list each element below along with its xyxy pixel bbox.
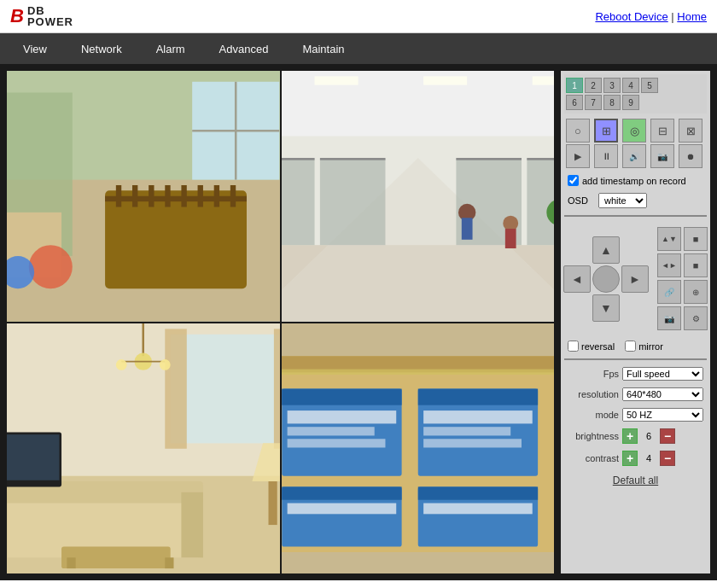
svg-rect-78: [287, 503, 396, 514]
pause-icon[interactable]: ⏸: [594, 144, 618, 168]
svg-point-36: [503, 216, 518, 231]
camera-snap-icon[interactable]: 📷: [650, 144, 674, 168]
logo-text: DB POWER: [27, 5, 73, 27]
ptz-stop2-btn[interactable]: ■: [684, 253, 708, 277]
nav-item-network[interactable]: Network: [65, 37, 138, 61]
channel-row-bottom: 6 7 8 9: [566, 95, 705, 110]
channel-btn-1[interactable]: 1: [566, 78, 583, 93]
speaker-icon[interactable]: 🔊: [622, 144, 646, 168]
channel-row-top: 1 2 3 4 5: [566, 78, 705, 93]
channel-btn-4[interactable]: 4: [622, 78, 639, 93]
camera-grid: [7, 71, 554, 573]
svg-rect-51: [61, 546, 171, 568]
brightness-plus-btn[interactable]: +: [622, 428, 638, 444]
view-grid-icon[interactable]: ⊟: [650, 119, 674, 143]
fps-row: Fps Full speed 15 fps 10 fps 5 fps: [564, 365, 707, 382]
mode-row: mode 50 HZ 60 HZ: [564, 406, 707, 423]
ptz-panel: ▲ ◄ ► ▼ ▲▼ ■ ◄► ■ 🔗 ⊕ 📷 ⚙: [564, 222, 707, 335]
svg-rect-31: [456, 158, 522, 160]
svg-rect-22: [423, 76, 467, 84]
nav-item-advanced[interactable]: Advanced: [203, 37, 285, 61]
svg-rect-37: [504, 229, 516, 248]
channel-btn-3[interactable]: 3: [603, 78, 621, 93]
channel-btn-2[interactable]: 2: [585, 78, 602, 93]
svg-rect-53: [165, 557, 173, 568]
ptz-pan-btn[interactable]: ◄►: [657, 253, 681, 277]
ptz-stop-btn[interactable]: ■: [684, 227, 708, 251]
contrast-label: contrast: [568, 453, 619, 463]
svg-rect-29: [319, 158, 385, 160]
svg-rect-45: [274, 329, 280, 448]
ptz-empty-tl: [563, 236, 591, 264]
channel-btn-7[interactable]: 7: [585, 95, 602, 110]
play-icon[interactable]: ▶: [566, 144, 590, 168]
right-panel: 1 2 3 4 5 6 7 8 9 ○ ⊞ ◎ ⊟ ⊠ ▶ ⏸ 🔊 📷 ⏺: [561, 71, 710, 573]
svg-point-58: [160, 359, 171, 370]
resolution-select[interactable]: 640*480 320*240: [622, 387, 703, 401]
view-target-icon[interactable]: ◎: [622, 119, 646, 143]
osd-label: OSD: [568, 195, 593, 206]
channel-btn-8[interactable]: 8: [603, 95, 621, 110]
channel-btn-9[interactable]: 9: [622, 95, 639, 110]
view-extra-icon[interactable]: ⊠: [679, 119, 702, 143]
svg-rect-50: [181, 492, 203, 557]
ptz-config-btn[interactable]: ⚙: [684, 306, 708, 330]
svg-rect-33: [527, 158, 554, 160]
reversal-checkbox[interactable]: [568, 341, 579, 352]
contrast-plus-btn[interactable]: +: [622, 451, 638, 466]
default-all-btn[interactable]: Default all: [564, 471, 707, 490]
camera-feed-1[interactable]: [7, 71, 280, 322]
channel-btn-5[interactable]: 5: [641, 78, 658, 93]
ptz-grid: ▲ ◄ ► ▼: [563, 236, 649, 322]
ptz-down-btn[interactable]: ▼: [592, 294, 620, 322]
record-icon[interactable]: ⏺: [679, 144, 702, 168]
mirror-checkbox[interactable]: [625, 341, 636, 352]
contrast-value: 4: [640, 453, 657, 463]
ptz-right-btn[interactable]: ►: [621, 265, 649, 293]
logo: B DB POWER: [10, 5, 73, 27]
view-single-icon[interactable]: ○: [566, 119, 590, 143]
osd-select[interactable]: white black yellow: [598, 193, 647, 208]
nav-item-alarm[interactable]: Alarm: [140, 37, 201, 61]
timestamp-checkbox[interactable]: [568, 175, 579, 186]
svg-rect-32: [527, 158, 554, 245]
reboot-link[interactable]: Reboot Device: [595, 10, 667, 23]
svg-rect-28: [319, 158, 385, 245]
nav-item-view[interactable]: View: [7, 37, 63, 61]
brightness-minus-btn[interactable]: −: [660, 428, 675, 444]
ptz-empty-tr: [621, 236, 649, 264]
brightness-value: 6: [640, 431, 657, 441]
ptz-tilt-btn[interactable]: ▲▼: [657, 227, 681, 251]
svg-rect-21: [314, 76, 358, 84]
reversal-text: reversal: [581, 341, 615, 352]
icon-grid: ○ ⊞ ◎ ⊟ ⊠ ▶ ⏸ 🔊 📷 ⏺: [564, 117, 707, 170]
view-quad-selected-icon[interactable]: ⊞: [594, 119, 618, 143]
ptz-center-btn[interactable]: [592, 265, 620, 293]
svg-rect-35: [461, 218, 472, 240]
mode-select[interactable]: 50 HZ 60 HZ: [622, 408, 703, 422]
svg-point-17: [29, 245, 73, 288]
camera-feed-2[interactable]: [282, 71, 555, 322]
ptz-cam-btn[interactable]: 📷: [657, 306, 681, 330]
ptz-empty-bl: [563, 294, 591, 322]
ptz-left-btn[interactable]: ◄: [563, 265, 591, 293]
svg-rect-4: [105, 190, 247, 288]
svg-rect-23: [532, 76, 554, 84]
svg-rect-52: [67, 557, 75, 568]
brightness-control: + 6 −: [622, 428, 675, 444]
contrast-row: contrast + 4 −: [564, 449, 707, 468]
nav-item-maintain[interactable]: Maintain: [286, 37, 360, 61]
ptz-up-btn[interactable]: ▲: [592, 236, 620, 264]
svg-rect-13: [105, 196, 247, 201]
fps-select[interactable]: Full speed 15 fps 10 fps 5 fps: [622, 367, 703, 381]
ptz-zoom-btn[interactable]: ⊕: [684, 280, 708, 304]
svg-rect-75: [423, 439, 522, 447]
contrast-minus-btn[interactable]: −: [660, 451, 675, 466]
channel-btn-6[interactable]: 6: [566, 95, 583, 110]
panel-divider-2: [564, 358, 707, 360]
camera-feed-4[interactable]: [282, 323, 555, 574]
contrast-control: + 4 −: [622, 451, 675, 466]
home-link[interactable]: Home: [677, 10, 707, 23]
camera-feed-3[interactable]: [7, 323, 280, 574]
ptz-link-btn[interactable]: 🔗: [657, 280, 681, 304]
